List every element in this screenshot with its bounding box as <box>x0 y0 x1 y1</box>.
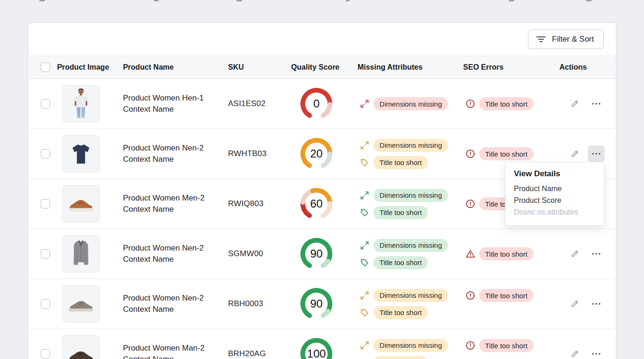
product-name: Product Women Nen-2Context Name <box>123 243 204 265</box>
more-actions-button[interactable] <box>588 145 605 162</box>
tag-icon <box>359 358 370 359</box>
more-actions-button[interactable] <box>588 95 605 112</box>
product-image <box>62 285 100 323</box>
seo-error-badge: Title too short <box>479 339 534 352</box>
triangle-alert-icon <box>465 249 476 259</box>
circle-alert-icon <box>465 199 476 209</box>
expand-icon <box>359 340 370 351</box>
row-checkbox[interactable] <box>41 99 50 108</box>
product-sku: SGMW00 <box>228 249 263 258</box>
missing-attribute-badge: Dimensions missing <box>373 189 448 202</box>
expand-icon <box>359 240 370 251</box>
product-name-line1: Product Women Hen-1 <box>123 93 204 104</box>
seo-errors-cell: Title too short <box>463 329 560 359</box>
product-image <box>62 235 100 273</box>
more-actions-button[interactable] <box>588 295 605 312</box>
seo-error-badge: Title too short <box>479 247 534 260</box>
menu-item-product-name[interactable]: Product Name <box>514 183 595 194</box>
table-row: Product Women Man-2Context NameBRH20AG10… <box>28 329 616 359</box>
product-name: Product Women Hen-1Context Name <box>123 93 204 115</box>
missing-attribute-badge: Title too short <box>373 256 428 269</box>
table-row: Product Women Nen-2Context NameRBH000390… <box>28 279 616 329</box>
quality-score-value: 60 <box>299 186 334 222</box>
product-name-line1: Product Women Man-2 <box>123 343 205 354</box>
row-checkbox[interactable] <box>41 349 50 359</box>
quality-score-value: 90 <box>299 286 334 322</box>
row-checkbox[interactable] <box>41 249 50 258</box>
row-checkbox[interactable] <box>41 149 50 158</box>
top-edge-artifact <box>509 0 514 1</box>
expand-icon <box>359 190 370 201</box>
tag-icon <box>359 208 370 218</box>
tag-icon <box>359 258 370 268</box>
filter-lines-icon <box>536 34 546 44</box>
quality-score-value: 0 <box>299 86 334 122</box>
missing-attribute-badge: Title too short <box>373 156 428 169</box>
edit-button[interactable] <box>566 245 583 262</box>
quality-score-gauge: 20 <box>299 136 334 172</box>
table-row: Product Women Hen-1Context NameASI1ES020… <box>28 79 616 129</box>
circle-alert-icon <box>465 149 476 159</box>
product-sku: RBH0003 <box>228 299 263 309</box>
product-name-line1: Product Women Nen-2 <box>123 243 204 254</box>
product-name: Product Women Nen-2Context Name <box>123 143 204 165</box>
missing-attributes-cell: Dimensions missingTitle too short <box>358 129 463 179</box>
col-header-missing-attributes: Missing Attributes <box>358 63 463 72</box>
missing-attribute-badge: Title too short <box>373 306 428 319</box>
filter-sort-label: Filter & Sort <box>552 35 594 44</box>
top-edge-artifact <box>39 0 45 1</box>
more-actions-button[interactable] <box>588 245 605 262</box>
missing-attributes-cell: Dimensions missing <box>358 79 463 129</box>
missing-attributes-cell: Dimensions missingTitle too short <box>358 179 463 229</box>
menu-item-dosnc-os-attributes: Dosnc:os:attributes <box>514 206 595 218</box>
missing-attribute-badge: Dimensions missing <box>373 289 448 302</box>
row-checkbox[interactable] <box>41 199 50 208</box>
missing-attribute-badge: Dimensions missing <box>373 239 448 252</box>
edit-button[interactable] <box>566 295 583 312</box>
select-all-checkbox[interactable] <box>41 63 50 72</box>
col-header-product-name: Product Name <box>123 63 228 72</box>
quality-score-gauge: 60 <box>299 186 334 222</box>
col-header-seo-errors: SEO Errors <box>463 63 560 72</box>
circle-alert-icon <box>465 290 476 301</box>
col-header-product-image: Product Image <box>57 63 123 72</box>
edit-button[interactable] <box>566 145 583 162</box>
product-name-line2: Context Name <box>123 304 204 315</box>
filter-sort-button[interactable]: Filter & Sort <box>528 29 604 49</box>
seo-error-badge: Title too short <box>479 289 534 302</box>
product-image <box>62 85 100 122</box>
product-name: Product Women Nen-2Context Name <box>123 293 204 315</box>
tag-icon <box>359 308 370 318</box>
actions-menu-popup: View Details Product NameProduct ScoreDo… <box>505 162 604 226</box>
top-edge-artifact <box>154 0 159 1</box>
seo-errors-cell: Title too short <box>463 229 560 279</box>
edit-button[interactable] <box>566 95 583 112</box>
expand-icon <box>359 140 370 151</box>
col-header-actions: Actions <box>559 63 616 72</box>
product-name-line2: Context Name <box>123 204 205 215</box>
product-name-line2: Context Name <box>123 354 205 359</box>
missing-attributes-cell: Dimensions missingTitle too short <box>358 279 463 329</box>
product-name-line1: Product Women Nen-2 <box>123 293 204 304</box>
quality-score-gauge: 90 <box>299 236 334 272</box>
product-sku: ASI1ES02 <box>228 99 265 108</box>
more-actions-button[interactable] <box>588 345 605 359</box>
quality-score-gauge: 0 <box>299 86 334 122</box>
edit-button[interactable] <box>566 345 583 359</box>
product-sku: RWIQ803 <box>228 199 263 208</box>
product-name: Product Women Men-2Context Name <box>123 193 205 215</box>
quality-score-gauge: 100 <box>299 336 334 359</box>
seo-errors-cell: Title too short <box>463 79 560 129</box>
top-edge-artifact <box>236 0 242 1</box>
missing-attribute-badge: Title too short <box>373 206 428 219</box>
row-checkbox[interactable] <box>41 299 50 309</box>
menu-item-product-score[interactable]: Product Score <box>514 194 595 206</box>
missing-attribute-badge: Dimensions missing <box>373 139 448 152</box>
expand-icon <box>359 99 370 109</box>
missing-attribute-badge: Title too short <box>373 356 428 359</box>
top-edge-artifact <box>586 0 592 1</box>
product-sku: RWHTB03 <box>228 149 266 158</box>
product-image <box>62 335 100 359</box>
table-row: Product Women Nen-2Context NameSGMW0090D… <box>28 229 616 279</box>
tag-icon <box>359 158 370 168</box>
